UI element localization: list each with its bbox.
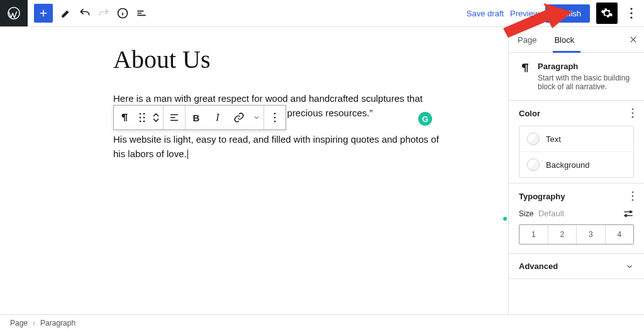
color-panel-title: Color <box>519 109 540 118</box>
save-draft-button[interactable]: Save draft <box>467 9 504 18</box>
italic-button[interactable]: I <box>207 112 228 123</box>
preview-button[interactable]: Preview <box>510 9 539 18</box>
font-size-4[interactable]: 4 <box>606 225 634 244</box>
block-info-panel: Paragraph Start with the basic building … <box>509 53 644 101</box>
typography-panel-more-icon[interactable] <box>631 191 634 201</box>
breadcrumb: Page › Paragraph <box>0 314 644 330</box>
size-label: Size Default <box>519 209 564 218</box>
settings-button[interactable] <box>596 3 618 24</box>
color-panel: Color Text Background <box>509 101 644 184</box>
svg-point-15 <box>140 117 142 119</box>
undo-button[interactable] <box>75 4 94 23</box>
tab-block[interactable]: Block <box>545 27 583 52</box>
paragraph-block-icon <box>519 62 531 91</box>
align-button[interactable] <box>164 112 185 123</box>
add-block-button[interactable] <box>34 4 53 23</box>
typography-panel-header[interactable]: Typography <box>509 184 644 209</box>
more-options-button[interactable] <box>624 3 639 24</box>
breadcrumb-separator-icon: › <box>33 319 35 327</box>
svg-point-11 <box>630 211 631 212</box>
background-color-button[interactable]: Background <box>519 151 633 177</box>
size-settings-icon[interactable] <box>623 209 634 218</box>
text-color-label: Text <box>546 135 561 144</box>
sidebar-close-button[interactable] <box>623 35 644 44</box>
font-size-presets: 1 2 3 4 <box>519 224 634 245</box>
svg-point-10 <box>632 199 634 201</box>
svg-point-20 <box>274 117 276 119</box>
settings-sidebar: Page Block Paragraph Start with the basi… <box>508 27 644 314</box>
move-up-down[interactable] <box>149 113 163 123</box>
tab-active-indicator <box>553 51 580 53</box>
svg-point-14 <box>143 113 145 115</box>
svg-point-12 <box>625 214 627 216</box>
breadcrumb-leaf[interactable]: Paragraph <box>40 319 75 327</box>
sidebar-tabs: Page Block <box>509 27 644 53</box>
tab-page[interactable]: Page <box>509 27 545 52</box>
svg-point-6 <box>632 113 634 114</box>
editor-canvas[interactable]: About Us Here is a man with great respec… <box>0 27 508 314</box>
svg-point-3 <box>630 12 632 14</box>
block-description: Start with the basic building block of a… <box>538 74 634 91</box>
block-type-button[interactable] <box>114 112 135 123</box>
advanced-panel: Advanced <box>509 254 644 279</box>
svg-point-19 <box>274 113 276 114</box>
svg-point-5 <box>632 108 634 110</box>
grammarly-icon[interactable]: G <box>418 112 432 126</box>
block-toolbar: B I <box>113 105 286 130</box>
svg-point-2 <box>630 8 632 9</box>
color-panel-header[interactable]: Color <box>509 101 644 126</box>
page-title[interactable]: About Us <box>113 45 440 74</box>
svg-point-9 <box>632 195 634 197</box>
breadcrumb-root[interactable]: Page <box>10 319 28 327</box>
font-size-2[interactable]: 2 <box>548 225 577 244</box>
font-size-3[interactable]: 3 <box>577 225 606 244</box>
font-size-1[interactable]: 1 <box>519 225 548 244</box>
typography-panel: Typography Size Default 1 2 3 4 <box>509 184 644 254</box>
svg-point-17 <box>140 121 142 123</box>
grammarly-status-dot <box>503 217 507 221</box>
chevron-down-icon <box>625 262 634 271</box>
paragraph-block-2[interactable]: His website is light, easy to read, and … <box>113 133 440 161</box>
text-cursor <box>187 150 188 159</box>
typography-panel-title: Typography <box>519 192 565 201</box>
paragraph-text: His website is light, easy to read, and … <box>113 134 439 159</box>
svg-point-16 <box>143 117 145 119</box>
block-options-button[interactable] <box>264 113 286 123</box>
more-rich-text-button[interactable] <box>250 114 264 121</box>
left-toolbar <box>28 4 151 23</box>
svg-point-13 <box>140 113 142 115</box>
editor-topbar: Save draft Preview Publish <box>0 0 644 27</box>
publish-button[interactable]: Publish <box>545 4 590 23</box>
text-color-swatch <box>527 133 540 145</box>
background-color-swatch <box>527 158 540 171</box>
editor-workspace: About Us Here is a man with great respec… <box>0 27 644 314</box>
drag-handle[interactable] <box>135 113 149 123</box>
svg-point-8 <box>632 191 634 193</box>
text-color-button[interactable]: Text <box>519 126 633 151</box>
right-toolbar: Save draft Preview Publish <box>467 3 644 24</box>
color-panel-more-icon[interactable] <box>631 108 634 118</box>
info-button[interactable] <box>113 4 132 23</box>
svg-point-18 <box>143 121 145 123</box>
block-name: Paragraph <box>538 62 634 71</box>
bold-button[interactable]: B <box>186 113 207 123</box>
wp-logo[interactable] <box>0 0 28 26</box>
list-view-button[interactable] <box>132 4 151 23</box>
link-button[interactable] <box>228 112 250 123</box>
advanced-panel-title: Advanced <box>519 261 558 271</box>
edit-mode-button[interactable] <box>57 4 75 23</box>
redo-button[interactable] <box>94 4 113 23</box>
background-color-label: Background <box>546 160 589 170</box>
advanced-panel-header[interactable]: Advanced <box>509 254 644 278</box>
svg-point-21 <box>274 121 276 123</box>
svg-point-7 <box>632 116 634 118</box>
svg-point-4 <box>630 16 632 18</box>
